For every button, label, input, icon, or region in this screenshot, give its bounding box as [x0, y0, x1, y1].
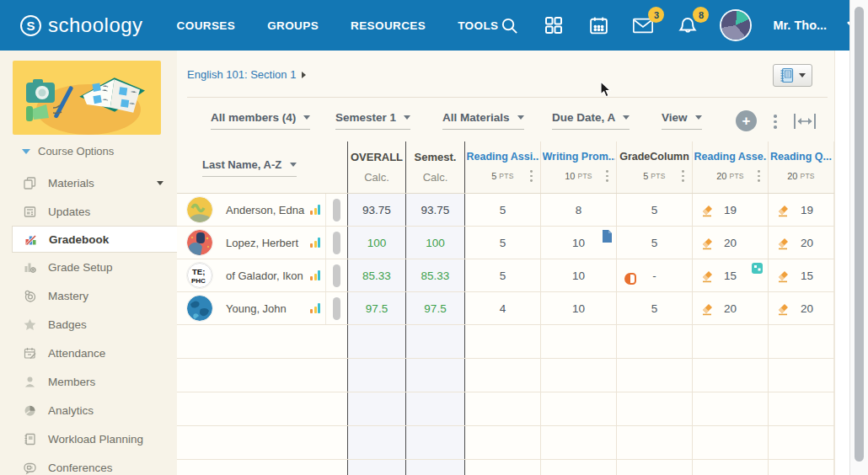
sidebar-item-members[interactable]: Members — [0, 367, 177, 396]
breadcrumb-course-link[interactable]: English 101: Section 1 — [187, 68, 296, 81]
messages-icon[interactable]: 3 — [632, 14, 654, 36]
row-scroll-handle[interactable] — [333, 297, 340, 320]
grade-column-title[interactable]: GradeColumn — [619, 151, 689, 163]
student-stats-icon[interactable] — [310, 303, 320, 313]
breadcrumb[interactable]: English 101: Section 1 — [187, 68, 306, 81]
grade-cell[interactable]: 20 — [693, 227, 769, 259]
row-scroll-handle[interactable] — [333, 232, 340, 254]
schoology-logo[interactable]: S schoology — [20, 13, 143, 37]
grade-cell[interactable]: 5 — [617, 194, 693, 226]
grade-cell[interactable]: 5 — [465, 259, 541, 291]
student-name-link[interactable]: of Galador, Ikon — [226, 270, 303, 282]
grading-period-dropdown[interactable]: Semester 1 — [335, 111, 410, 130]
notifications-icon[interactable]: 8 — [677, 14, 699, 36]
course-options-toggle[interactable]: Course Options — [22, 145, 114, 157]
grade-cell[interactable]: 20 — [693, 292, 769, 324]
sidebar-item-workload-planning[interactable]: Workload Planning — [0, 424, 177, 453]
sidebar-item-attendance[interactable]: Attendance — [0, 339, 177, 367]
sidebar-item-conferences[interactable]: Conferences — [0, 453, 177, 475]
add-column-button[interactable]: + — [736, 110, 757, 131]
student-stats-icon[interactable] — [310, 270, 320, 280]
grade-cell[interactable]: 8 — [541, 194, 617, 226]
grade-cell[interactable]: - — [617, 259, 693, 291]
student-name-link[interactable]: Anderson, Edna — [226, 204, 304, 216]
overall-column-header[interactable]: OVERALL Calc. — [347, 141, 406, 193]
view-dropdown[interactable]: View — [662, 111, 702, 130]
materials-caret-icon[interactable] — [157, 181, 163, 185]
semester-column-header[interactable]: Semest. Calc. — [406, 141, 465, 193]
semester-grade-cell[interactable]: 100 — [406, 227, 465, 259]
user-avatar[interactable] — [721, 11, 750, 40]
student-avatar[interactable]: TE;PHC — [187, 263, 212, 288]
grade-cell[interactable]: 5 — [617, 292, 693, 324]
assignment-title-link[interactable]: Reading Asse... — [694, 151, 767, 163]
grade-cell[interactable]: 4 — [465, 292, 541, 324]
grade-cell[interactable]: 20 — [769, 292, 834, 324]
sidebar-item-materials[interactable]: Materials — [0, 168, 177, 197]
student-stats-icon[interactable] — [310, 238, 320, 248]
nav-tools[interactable]: TOOLS — [458, 19, 498, 32]
semester-grade-cell[interactable]: 97.5 — [406, 292, 465, 324]
document-icon[interactable] — [602, 230, 613, 246]
column-kebab-menu[interactable] — [682, 168, 684, 184]
grade-cell[interactable]: 15 — [769, 259, 834, 291]
apps-grid-icon[interactable] — [543, 14, 565, 36]
sidebar-item-grade-setup[interactable]: Grade Setup — [0, 253, 177, 281]
nav-groups[interactable]: GROUPS — [267, 19, 319, 32]
assignment-title-link[interactable]: Writing Prom... — [543, 151, 615, 163]
grade-cell[interactable]: 19 — [769, 194, 834, 226]
user-name[interactable]: Mr. Tho... — [773, 19, 827, 32]
student-avatar[interactable] — [187, 197, 212, 222]
missing-icon[interactable] — [624, 273, 636, 285]
sidebar-item-gradebook[interactable]: Gradebook — [12, 226, 177, 253]
page-scrollbar[interactable] — [849, 0, 868, 475]
grade-cell[interactable]: 20 — [769, 227, 834, 259]
grade-cell[interactable]: 5 — [465, 194, 541, 226]
grade-cell[interactable]: 10 — [541, 227, 617, 259]
sidebar-item-badges[interactable]: Badges — [0, 310, 177, 339]
overall-grade-cell[interactable]: 97.5 — [347, 292, 406, 324]
student-name-link[interactable]: Lopez, Herbert — [226, 237, 298, 249]
row-scroll-handle[interactable] — [333, 199, 340, 221]
student-name-link[interactable]: Young, John — [226, 302, 287, 315]
sort-order-dropdown[interactable]: Due Date, A — [552, 111, 630, 130]
grade-cell[interactable]: 15 — [693, 259, 769, 291]
overall-grade-cell[interactable]: 93.75 — [347, 194, 406, 226]
assignment-title-link[interactable]: Reading Assi... — [467, 151, 539, 163]
search-icon[interactable] — [498, 14, 520, 36]
column-kebab-menu[interactable] — [530, 168, 533, 184]
sidebar-item-updates[interactable]: Updates — [0, 197, 177, 226]
course-image[interactable] — [13, 61, 161, 135]
nav-resources[interactable]: RESOURCES — [351, 19, 426, 32]
row-scroll-handle[interactable] — [333, 264, 340, 287]
student-avatar[interactable] — [187, 230, 212, 255]
grade-cell[interactable]: 10 — [541, 292, 617, 324]
overall-grade-cell[interactable]: 100 — [347, 227, 406, 259]
sidebar-item-analytics[interactable]: Analytics — [0, 396, 177, 424]
grade-cell[interactable]: 5 — [465, 227, 541, 259]
student-stats-icon[interactable] — [310, 205, 320, 215]
expand-columns-icon[interactable] — [792, 112, 817, 134]
grade-cell[interactable]: 19 — [693, 194, 769, 226]
gradebook-view-button[interactable] — [773, 64, 812, 87]
column-kebab-menu[interactable] — [606, 168, 608, 184]
grade-cell[interactable]: 10 — [541, 259, 617, 291]
grade-cell[interactable]: 5 — [617, 227, 693, 259]
student-avatar[interactable] — [187, 296, 212, 321]
toolbar-kebab-menu[interactable] — [774, 112, 777, 131]
overall-grade-cell[interactable]: 85.33 — [347, 259, 406, 291]
semester-grade-cell[interactable]: 93.75 — [406, 194, 465, 226]
page-scrollbar-thumb[interactable] — [855, 7, 864, 462]
rubric-icon[interactable] — [752, 262, 763, 277]
name-sort-dropdown[interactable]: Last Name, A-Z — [202, 158, 297, 177]
nav-courses[interactable]: COURSES — [177, 19, 236, 32]
members-filter-dropdown[interactable]: All members (4) — [211, 111, 310, 130]
notifications-badge[interactable]: 8 — [693, 7, 709, 23]
assignment-title-link[interactable]: Reading Q... — [770, 151, 832, 163]
sidebar-item-mastery[interactable]: Mastery — [0, 281, 177, 310]
materials-filter-dropdown[interactable]: All Materials — [442, 111, 524, 130]
column-kebab-menu[interactable] — [758, 168, 760, 184]
semester-grade-cell[interactable]: 85.33 — [406, 259, 465, 291]
messages-badge[interactable]: 3 — [648, 7, 664, 23]
calendar-icon[interactable] — [587, 14, 609, 36]
